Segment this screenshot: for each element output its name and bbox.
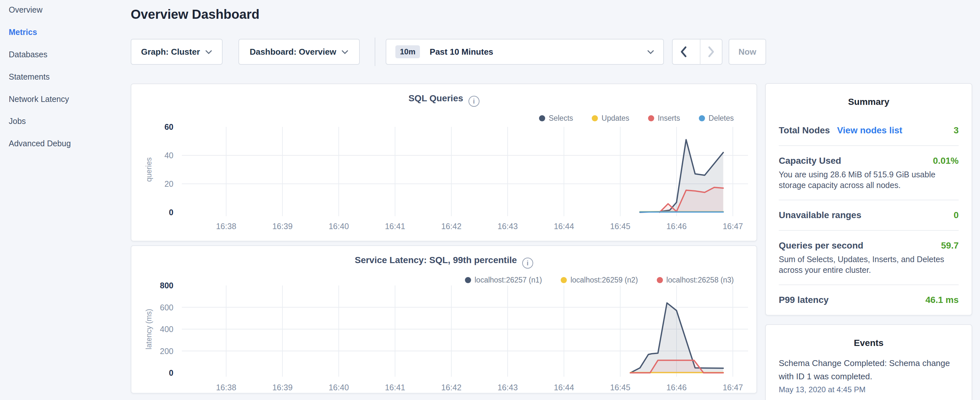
- sidebar-item-metrics[interactable]: Metrics: [9, 26, 37, 38]
- summary-value: 59.7: [941, 241, 959, 251]
- y-tick-label: 800: [160, 281, 173, 290]
- summary-row-p99-latency: P99 latency 46.1 ms: [779, 285, 959, 315]
- x-tick-label: 16:38: [216, 383, 237, 392]
- sidebar-item-advanced-debug[interactable]: Advanced Debug: [9, 137, 71, 149]
- event-item-text: Schema Change Completed: Schema change w…: [779, 357, 959, 383]
- x-tick-label: 16:47: [723, 222, 743, 231]
- x-tick-label: 16:42: [441, 383, 462, 392]
- sidebar-item-network-latency[interactable]: Network Latency: [9, 93, 69, 105]
- summary-value: 0.01%: [933, 156, 959, 166]
- graph-dropdown[interactable]: Graph: Cluster: [131, 39, 223, 65]
- sidebar: Overview Metrics Databases Statements Ne…: [0, 0, 126, 400]
- summary-subtext: You are using 28.6 MiB of 515.9 GiB usab…: [779, 169, 959, 191]
- service-latency-chart-card: Service Latency: SQL, 99th percentilei l…: [131, 245, 757, 394]
- y-axis-title: latency (ms): [145, 309, 153, 349]
- x-tick-label: 16:45: [610, 222, 631, 231]
- x-tick-label: 16:38: [216, 222, 237, 231]
- x-tick-label: 16:41: [385, 383, 406, 392]
- x-tick-label: 16:39: [272, 222, 293, 231]
- x-tick-label: 16:45: [610, 383, 631, 392]
- y-tick-label: 0: [169, 208, 173, 217]
- summary-row-capacity-used: Capacity Used 0.01% You are using 28.6 M…: [779, 146, 959, 200]
- x-tick-label: 16:41: [385, 222, 406, 231]
- y-tick-label: 20: [164, 179, 173, 188]
- chevron-right-icon: [708, 46, 714, 57]
- x-tick-label: 16:42: [441, 222, 462, 231]
- graph-dropdown-label: Graph: Cluster: [141, 47, 200, 57]
- summary-value: 46.1 ms: [925, 295, 959, 305]
- events-heading: Events: [779, 337, 959, 349]
- summary-label: Unavailable ranges: [779, 209, 861, 221]
- chevron-down-icon: [341, 50, 348, 54]
- summary-label: P99 latency: [779, 294, 829, 306]
- x-tick-label: 16:39: [272, 383, 293, 392]
- chevron-down-icon: [205, 50, 212, 54]
- time-step-forward-button[interactable]: [700, 40, 722, 64]
- time-step-buttons: [672, 39, 722, 65]
- controls-divider: [375, 38, 375, 66]
- events-panel: Events Schema Change Completed: Schema c…: [765, 324, 972, 400]
- y-axis-title: queries: [145, 157, 153, 182]
- sql-queries-plot: 16:3816:3916:4016:4116:4216:4316:4416:45…: [131, 84, 758, 242]
- y-tick-label: 0: [169, 368, 173, 377]
- y-tick-label: 600: [160, 303, 173, 312]
- time-range-chip: 10m: [395, 45, 420, 58]
- sidebar-item-overview[interactable]: Overview: [9, 4, 42, 16]
- time-step-back-button[interactable]: [673, 40, 695, 64]
- y-tick-label: 60: [164, 122, 173, 131]
- x-tick-label: 16:40: [329, 222, 349, 231]
- time-range-label: Past 10 Minutes: [430, 47, 642, 57]
- now-button[interactable]: Now: [729, 39, 766, 65]
- event-item-date: May 13, 2020 at 4:45 PM: [779, 385, 959, 394]
- sidebar-item-databases[interactable]: Databases: [9, 49, 48, 60]
- summary-row-unavailable-ranges: Unavailable ranges 0: [779, 200, 959, 231]
- summary-value: 0: [953, 210, 959, 220]
- chevron-down-icon: [647, 50, 654, 54]
- chevron-left-icon: [680, 46, 687, 57]
- x-tick-label: 16:44: [554, 383, 574, 392]
- y-tick-label: 200: [160, 347, 173, 356]
- summary-subtext: Sum of Selects, Updates, Inserts, and De…: [779, 254, 959, 276]
- x-tick-label: 16:44: [554, 222, 574, 231]
- summary-heading: Summary: [779, 96, 959, 108]
- summary-value: 3: [953, 125, 959, 135]
- summary-row-queries-per-second: Queries per second 59.7 Sum of Selects, …: [779, 231, 959, 285]
- page-title: Overview Dashboard: [131, 7, 259, 22]
- summary-label: Capacity Used: [779, 155, 841, 167]
- x-tick-label: 16:43: [498, 222, 518, 231]
- sidebar-item-jobs[interactable]: Jobs: [9, 115, 26, 127]
- summary-panel: Summary Total Nodes View nodes list 3 Ca…: [765, 83, 972, 316]
- time-range-picker[interactable]: 10m Past 10 Minutes: [386, 39, 664, 65]
- x-tick-label: 16:43: [498, 383, 518, 392]
- y-tick-label: 400: [160, 325, 173, 334]
- sidebar-item-statements[interactable]: Statements: [9, 71, 49, 83]
- x-tick-label: 16:46: [667, 383, 687, 392]
- sql-queries-chart-card: SQL Queriesi SelectsUpdatesInsertsDelete…: [131, 83, 757, 241]
- summary-label: Total Nodes: [779, 124, 830, 136]
- service-latency-plot: 16:3816:3916:4016:4116:4216:4316:4416:45…: [131, 246, 758, 394]
- dashboard-dropdown[interactable]: Dashboard: Overview: [239, 39, 360, 65]
- x-tick-label: 16:40: [329, 383, 349, 392]
- summary-row-total-nodes: Total Nodes View nodes list 3: [779, 116, 959, 146]
- summary-label: Queries per second: [779, 240, 863, 252]
- x-tick-label: 16:46: [667, 222, 687, 231]
- dashboard-dropdown-label: Dashboard: Overview: [250, 47, 336, 57]
- view-nodes-list-link[interactable]: View nodes list: [837, 125, 902, 135]
- y-tick-label: 40: [164, 151, 173, 160]
- x-tick-label: 16:47: [723, 383, 743, 392]
